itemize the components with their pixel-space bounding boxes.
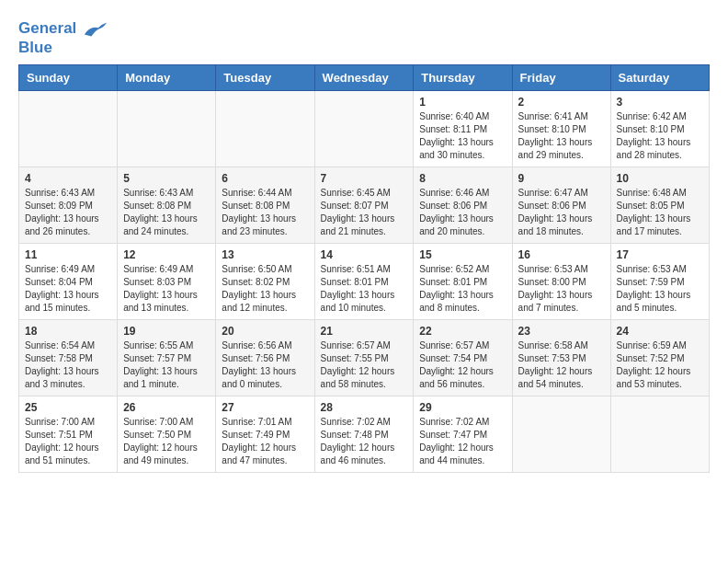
day-number: 7 xyxy=(321,172,408,185)
day-info: Sunrise: 7:02 AM Sunset: 7:47 PM Dayligh… xyxy=(419,416,506,467)
calendar-cell: 23Sunrise: 6:58 AM Sunset: 7:53 PM Dayli… xyxy=(512,320,610,396)
day-number: 17 xyxy=(617,248,703,261)
header-day-thursday: Thursday xyxy=(414,65,512,91)
day-number: 24 xyxy=(617,325,703,338)
day-number: 27 xyxy=(222,401,308,414)
day-info: Sunrise: 6:49 AM Sunset: 8:03 PM Dayligh… xyxy=(123,263,210,315)
day-info: Sunrise: 6:57 AM Sunset: 7:54 PM Dayligh… xyxy=(419,339,506,391)
day-number: 6 xyxy=(222,172,308,185)
calendar-cell: 9Sunrise: 6:47 AM Sunset: 8:06 PM Daylig… xyxy=(512,167,610,244)
day-number: 19 xyxy=(123,325,210,338)
day-info: Sunrise: 7:00 AM Sunset: 7:50 PM Dayligh… xyxy=(123,416,210,467)
day-number: 11 xyxy=(25,248,111,261)
calendar-cell: 27Sunrise: 7:01 AM Sunset: 7:49 PM Dayli… xyxy=(216,396,314,473)
calendar-cell: 18Sunrise: 6:54 AM Sunset: 7:58 PM Dayli… xyxy=(19,320,118,396)
calendar-cell xyxy=(19,91,118,167)
day-number: 12 xyxy=(123,248,210,261)
calendar-cell: 2Sunrise: 6:41 AM Sunset: 8:10 PM Daylig… xyxy=(512,91,610,167)
day-number: 14 xyxy=(321,248,408,261)
day-info: Sunrise: 6:52 AM Sunset: 8:01 PM Dayligh… xyxy=(419,263,506,315)
calendar-cell: 26Sunrise: 7:00 AM Sunset: 7:50 PM Dayli… xyxy=(118,396,216,473)
day-number: 10 xyxy=(617,172,703,185)
calendar-cell: 10Sunrise: 6:48 AM Sunset: 8:05 PM Dayli… xyxy=(610,167,709,244)
day-info: Sunrise: 6:47 AM Sunset: 8:06 PM Dayligh… xyxy=(518,187,605,238)
day-number: 2 xyxy=(518,96,605,109)
header-day-monday: Monday xyxy=(118,65,216,91)
calendar-week-5: 25Sunrise: 7:00 AM Sunset: 7:51 PM Dayli… xyxy=(19,396,710,473)
day-number: 16 xyxy=(518,248,605,261)
day-info: Sunrise: 6:50 AM Sunset: 8:02 PM Dayligh… xyxy=(222,263,308,315)
calendar-cell: 5Sunrise: 6:43 AM Sunset: 8:08 PM Daylig… xyxy=(118,167,216,244)
header-day-sunday: Sunday xyxy=(19,65,118,91)
calendar-cell: 1Sunrise: 6:40 AM Sunset: 8:11 PM Daylig… xyxy=(414,91,512,167)
calendar-cell: 22Sunrise: 6:57 AM Sunset: 7:54 PM Dayli… xyxy=(414,320,512,396)
day-info: Sunrise: 6:58 AM Sunset: 7:53 PM Dayligh… xyxy=(518,339,605,391)
calendar-cell: 24Sunrise: 6:59 AM Sunset: 7:52 PM Dayli… xyxy=(610,320,709,396)
day-info: Sunrise: 6:41 AM Sunset: 8:10 PM Dayligh… xyxy=(518,110,605,162)
day-number: 26 xyxy=(123,401,210,414)
calendar-cell: 15Sunrise: 6:52 AM Sunset: 8:01 PM Dayli… xyxy=(414,244,512,320)
logo-bird-icon xyxy=(83,18,108,40)
day-number: 22 xyxy=(419,325,506,338)
day-info: Sunrise: 6:53 AM Sunset: 7:59 PM Dayligh… xyxy=(617,263,703,315)
day-info: Sunrise: 6:42 AM Sunset: 8:10 PM Dayligh… xyxy=(617,110,703,162)
logo-text: General xyxy=(18,18,108,40)
calendar-cell: 8Sunrise: 6:46 AM Sunset: 8:06 PM Daylig… xyxy=(414,167,512,244)
calendar-week-1: 1Sunrise: 6:40 AM Sunset: 8:11 PM Daylig… xyxy=(19,91,710,167)
day-info: Sunrise: 6:54 AM Sunset: 7:58 PM Dayligh… xyxy=(25,339,111,391)
day-number: 20 xyxy=(222,325,308,338)
day-info: Sunrise: 6:43 AM Sunset: 8:08 PM Dayligh… xyxy=(123,187,210,238)
calendar-cell: 7Sunrise: 6:45 AM Sunset: 8:07 PM Daylig… xyxy=(314,167,414,244)
calendar-cell: 17Sunrise: 6:53 AM Sunset: 7:59 PM Dayli… xyxy=(610,244,709,320)
calendar-cell: 21Sunrise: 6:57 AM Sunset: 7:55 PM Dayli… xyxy=(314,320,414,396)
day-info: Sunrise: 6:56 AM Sunset: 7:56 PM Dayligh… xyxy=(222,339,308,391)
calendar-cell: 11Sunrise: 6:49 AM Sunset: 8:04 PM Dayli… xyxy=(19,244,118,320)
logo-general: General xyxy=(18,19,76,37)
header-day-friday: Friday xyxy=(512,65,610,91)
day-info: Sunrise: 7:01 AM Sunset: 7:49 PM Dayligh… xyxy=(222,416,308,467)
calendar-cell: 12Sunrise: 6:49 AM Sunset: 8:03 PM Dayli… xyxy=(118,244,216,320)
header-day-tuesday: Tuesday xyxy=(216,65,314,91)
calendar-cell: 13Sunrise: 6:50 AM Sunset: 8:02 PM Dayli… xyxy=(216,244,314,320)
calendar-cell: 20Sunrise: 6:56 AM Sunset: 7:56 PM Dayli… xyxy=(216,320,314,396)
day-info: Sunrise: 7:00 AM Sunset: 7:51 PM Dayligh… xyxy=(25,416,111,467)
day-number: 23 xyxy=(518,325,605,338)
calendar-cell xyxy=(610,396,709,473)
calendar-cell: 29Sunrise: 7:02 AM Sunset: 7:47 PM Dayli… xyxy=(414,396,512,473)
day-number: 29 xyxy=(419,401,506,414)
day-number: 15 xyxy=(419,248,506,261)
day-number: 21 xyxy=(321,325,408,338)
day-info: Sunrise: 6:46 AM Sunset: 8:06 PM Dayligh… xyxy=(419,187,506,238)
calendar-cell xyxy=(314,91,414,167)
calendar-week-2: 4Sunrise: 6:43 AM Sunset: 8:09 PM Daylig… xyxy=(19,167,710,244)
logo: General Blue xyxy=(18,18,108,57)
day-number: 1 xyxy=(419,96,506,109)
day-info: Sunrise: 6:45 AM Sunset: 8:07 PM Dayligh… xyxy=(321,187,408,238)
calendar-cell: 4Sunrise: 6:43 AM Sunset: 8:09 PM Daylig… xyxy=(19,167,118,244)
day-info: Sunrise: 6:48 AM Sunset: 8:05 PM Dayligh… xyxy=(617,187,703,238)
calendar-cell: 3Sunrise: 6:42 AM Sunset: 8:10 PM Daylig… xyxy=(610,91,709,167)
day-info: Sunrise: 6:44 AM Sunset: 8:08 PM Dayligh… xyxy=(222,187,308,238)
day-number: 4 xyxy=(25,172,111,185)
day-info: Sunrise: 7:02 AM Sunset: 7:48 PM Dayligh… xyxy=(321,416,408,467)
calendar-header-row: SundayMondayTuesdayWednesdayThursdayFrid… xyxy=(19,65,710,91)
day-info: Sunrise: 6:55 AM Sunset: 7:57 PM Dayligh… xyxy=(123,339,210,391)
page-header: General Blue xyxy=(18,15,710,57)
day-info: Sunrise: 6:57 AM Sunset: 7:55 PM Dayligh… xyxy=(321,339,408,391)
calendar-week-4: 18Sunrise: 6:54 AM Sunset: 7:58 PM Dayli… xyxy=(19,320,710,396)
logo-blue: Blue xyxy=(18,39,108,57)
calendar-cell: 14Sunrise: 6:51 AM Sunset: 8:01 PM Dayli… xyxy=(314,244,414,320)
day-info: Sunrise: 6:53 AM Sunset: 8:00 PM Dayligh… xyxy=(518,263,605,315)
day-number: 18 xyxy=(25,325,111,338)
calendar-cell: 25Sunrise: 7:00 AM Sunset: 7:51 PM Dayli… xyxy=(19,396,118,473)
calendar-week-3: 11Sunrise: 6:49 AM Sunset: 8:04 PM Dayli… xyxy=(19,244,710,320)
day-info: Sunrise: 6:49 AM Sunset: 8:04 PM Dayligh… xyxy=(25,263,111,315)
header-day-wednesday: Wednesday xyxy=(314,65,414,91)
calendar-cell: 19Sunrise: 6:55 AM Sunset: 7:57 PM Dayli… xyxy=(118,320,216,396)
calendar-table: SundayMondayTuesdayWednesdayThursdayFrid… xyxy=(18,64,710,473)
day-number: 13 xyxy=(222,248,308,261)
day-number: 8 xyxy=(419,172,506,185)
day-info: Sunrise: 6:40 AM Sunset: 8:11 PM Dayligh… xyxy=(419,110,506,162)
calendar-cell: 28Sunrise: 7:02 AM Sunset: 7:48 PM Dayli… xyxy=(314,396,414,473)
calendar-cell: 6Sunrise: 6:44 AM Sunset: 8:08 PM Daylig… xyxy=(216,167,314,244)
